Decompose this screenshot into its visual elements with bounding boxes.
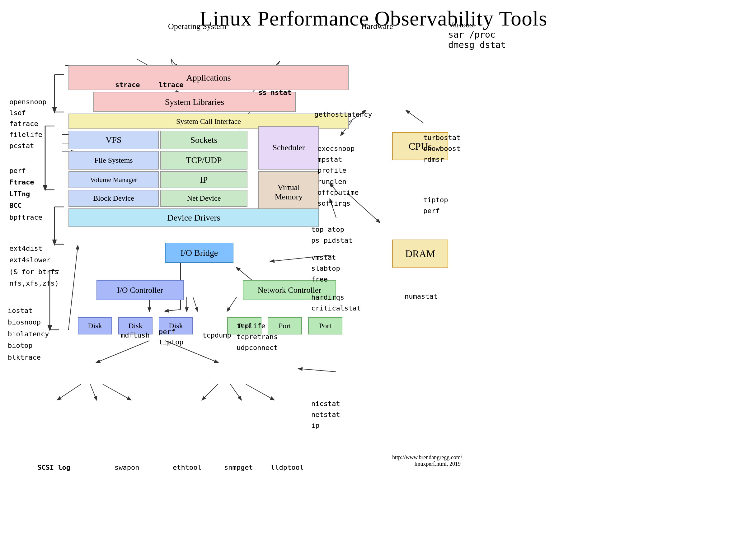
hardware-header-label: Hardware [361, 22, 393, 31]
layer-block-device: Block Device [69, 190, 159, 207]
layer-scheduler: Scheduler [258, 126, 319, 169]
scsi-log-label: SCSI log [37, 463, 70, 471]
layer-volume-manager: Volume Manager [69, 171, 159, 188]
layer-net-device: Net Device [160, 190, 248, 207]
layer-filesystems: File Systems [69, 151, 159, 169]
tiptop-group: tiptop perf [423, 194, 448, 216]
port-box-3: Port [308, 317, 342, 335]
dram-box: DRAM [392, 240, 448, 268]
url-label: http://www.brendangregg.com/ linuxperf.h… [392, 454, 461, 467]
gethostlatency-label: gethostlatency [314, 110, 372, 118]
snmpget-label: snmpget [224, 463, 253, 471]
layer-tcpudp: TCP/UDP [160, 151, 248, 169]
ss-nstat-label: ss nstat [258, 89, 291, 97]
layer-virtual-memory: VirtualMemory [258, 171, 319, 213]
layer-applications: Applications [69, 65, 349, 90]
opensnoop-label: opensnoop [9, 98, 46, 106]
execsnoop-group: execsnoop mpstat profile runqlen offcput… [317, 143, 359, 209]
iostat-group: iostat biosnoop biolatency biotop blktra… [8, 305, 49, 363]
lldptool-label: lldptool [271, 463, 304, 471]
numastat-label: numastat [405, 292, 438, 300]
io-bridge-box: I/O Bridge [165, 243, 233, 263]
layer-sockets: Sockets [160, 131, 248, 149]
disk-box-1: Disk [78, 317, 112, 335]
layer-vfs: VFS [69, 131, 159, 149]
ethtool-label: ethtool [173, 463, 202, 471]
layer-ip: IP [160, 171, 248, 188]
mdflush-label: mdflush [121, 331, 150, 339]
ltrace-label: ltrace [159, 81, 183, 89]
tcplife-group: tcplife tcpretrans udpconnect [236, 320, 278, 353]
os-header-label: Operating System [168, 22, 226, 31]
swapon-label: swapon [114, 463, 139, 471]
tcpdump-label: tcpdump [202, 331, 231, 339]
io-controller-box: I/O Controller [97, 280, 184, 300]
nicstat-group: nicstat netstat ip [311, 398, 340, 431]
turbostat-group: turbostat showboost rdmsr [423, 132, 460, 165]
vmstat-group: vmstat slabtop free [311, 252, 340, 285]
perf-group: perf Ftrace LTTng BCC bpftrace [9, 165, 42, 223]
layer-device-drivers: Device Drivers [69, 209, 319, 227]
perf-tiptop-label: perf tiptop [159, 327, 183, 347]
various-header-label: Various: sar /proc dmesg dstat [448, 20, 506, 50]
top-group: top atop ps pidstat [311, 224, 352, 246]
hardirqs-group: hardirqs criticalstat [311, 292, 361, 314]
lsof-group: lsof fatrace filelife pcstat [9, 107, 42, 151]
ext4-group: ext4dist ext4slower (& for btrfs nfs,xfs… [9, 243, 59, 289]
strace-label: strace [115, 81, 140, 89]
